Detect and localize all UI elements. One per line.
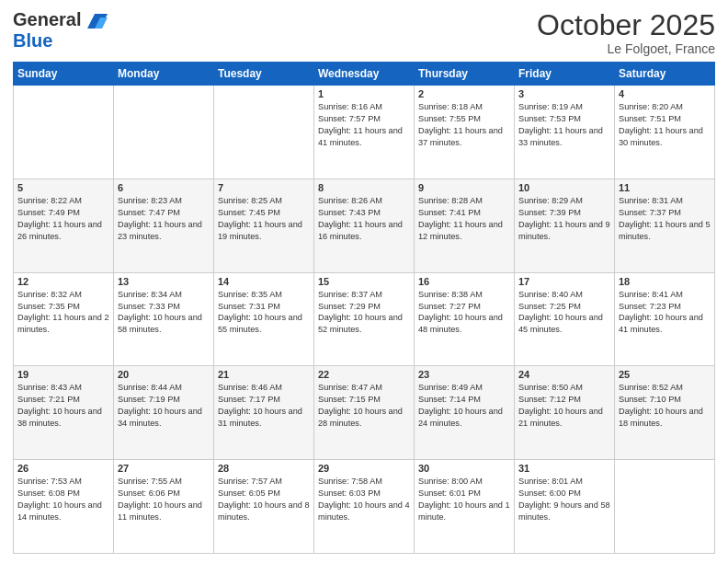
calendar-week-row: 12Sunrise: 8:32 AMSunset: 7:35 PMDayligh…	[14, 272, 715, 366]
calendar-cell	[214, 86, 314, 179]
day-number: 12	[17, 276, 109, 287]
calendar-week-row: 26Sunrise: 7:53 AMSunset: 6:08 PMDayligh…	[14, 460, 715, 554]
day-info: Sunrise: 8:22 AMSunset: 7:49 PMDaylight:…	[17, 195, 109, 243]
calendar-cell: 1Sunrise: 8:16 AMSunset: 7:57 PMDaylight…	[314, 86, 415, 179]
day-info: Sunrise: 8:41 AMSunset: 7:23 PMDaylight:…	[619, 289, 711, 337]
calendar-cell	[14, 86, 114, 179]
day-number: 23	[418, 369, 510, 380]
day-number: 19	[17, 369, 109, 380]
calendar-cell: 22Sunrise: 8:47 AMSunset: 7:15 PMDayligh…	[314, 366, 415, 460]
day-number: 31	[518, 463, 610, 474]
calendar-cell	[615, 460, 715, 554]
calendar-cell: 11Sunrise: 8:31 AMSunset: 7:37 PMDayligh…	[615, 178, 715, 272]
calendar-cell: 13Sunrise: 8:34 AMSunset: 7:33 PMDayligh…	[114, 272, 214, 366]
day-info: Sunrise: 8:19 AMSunset: 7:53 PMDaylight:…	[518, 101, 610, 149]
col-sunday: Sunday	[14, 63, 114, 86]
col-tuesday: Tuesday	[214, 63, 314, 86]
daylight-hours: Daylight: 10 hours and 34 minutes.	[118, 407, 202, 428]
daylight-hours: Daylight: 10 hours and 21 minutes.	[518, 407, 603, 428]
calendar-week-row: 5Sunrise: 8:22 AMSunset: 7:49 PMDaylight…	[14, 178, 715, 272]
calendar-cell: 27Sunrise: 7:55 AMSunset: 6:06 PMDayligh…	[114, 460, 214, 554]
daylight-hours: Daylight: 10 hours and 55 minutes.	[218, 313, 302, 334]
day-info: Sunrise: 8:49 AMSunset: 7:14 PMDaylight:…	[418, 382, 510, 430]
day-number: 17	[518, 276, 610, 287]
day-number: 26	[17, 463, 109, 474]
day-number: 6	[118, 182, 210, 193]
daylight-hours: Daylight: 11 hours and 12 minutes.	[418, 220, 503, 241]
col-thursday: Thursday	[415, 63, 515, 86]
day-info: Sunrise: 8:34 AMSunset: 7:33 PMDaylight:…	[118, 289, 210, 337]
day-number: 29	[318, 463, 410, 474]
calendar-cell: 26Sunrise: 7:53 AMSunset: 6:08 PMDayligh…	[14, 460, 114, 554]
day-info: Sunrise: 7:53 AMSunset: 6:08 PMDaylight:…	[17, 476, 109, 523]
day-number: 18	[619, 276, 711, 287]
day-info: Sunrise: 8:46 AMSunset: 7:17 PMDaylight:…	[218, 382, 310, 430]
calendar-cell: 12Sunrise: 8:32 AMSunset: 7:35 PMDayligh…	[14, 272, 114, 366]
calendar-cell: 7Sunrise: 8:25 AMSunset: 7:45 PMDaylight…	[214, 178, 314, 272]
day-info: Sunrise: 8:16 AMSunset: 7:57 PMDaylight:…	[318, 101, 410, 149]
daylight-hours: Daylight: 9 hours and 58 minutes.	[518, 500, 610, 522]
day-info: Sunrise: 7:57 AMSunset: 6:05 PMDaylight:…	[218, 476, 310, 523]
calendar-cell: 2Sunrise: 8:18 AMSunset: 7:55 PMDaylight…	[415, 86, 515, 179]
day-number: 2	[418, 88, 510, 99]
day-info: Sunrise: 8:52 AMSunset: 7:10 PMDaylight:…	[619, 382, 711, 430]
daylight-hours: Daylight: 10 hours and 45 minutes.	[518, 313, 603, 334]
title-section: October 2025 Le Folgoet, France	[537, 9, 715, 56]
daylight-hours: Daylight: 10 hours and 18 minutes.	[619, 407, 703, 428]
day-number: 7	[218, 182, 310, 193]
daylight-hours: Daylight: 10 hours and 38 minutes.	[17, 407, 102, 428]
daylight-hours: Daylight: 11 hours and 9 minutes.	[518, 220, 610, 241]
day-number: 27	[118, 463, 210, 474]
day-number: 11	[619, 182, 711, 193]
page-container: General Blue October 2025 Le Folgoet, Fr…	[0, 0, 728, 563]
day-info: Sunrise: 8:26 AMSunset: 7:43 PMDaylight:…	[318, 195, 410, 243]
calendar-cell	[114, 86, 214, 179]
daylight-hours: Daylight: 10 hours and 24 minutes.	[418, 407, 503, 428]
day-number: 25	[619, 369, 711, 380]
day-number: 16	[418, 276, 510, 287]
calendar-week-row: 1Sunrise: 8:16 AMSunset: 7:57 PMDaylight…	[14, 86, 715, 179]
day-info: Sunrise: 8:23 AMSunset: 7:47 PMDaylight:…	[118, 195, 210, 243]
logo-blue: Blue	[13, 30, 52, 51]
location: Le Folgoet, France	[537, 41, 715, 56]
calendar-cell: 17Sunrise: 8:40 AMSunset: 7:25 PMDayligh…	[515, 272, 615, 366]
calendar-cell: 8Sunrise: 8:26 AMSunset: 7:43 PMDaylight…	[314, 178, 415, 272]
day-info: Sunrise: 7:58 AMSunset: 6:03 PMDaylight:…	[318, 476, 410, 523]
calendar-cell: 16Sunrise: 8:38 AMSunset: 7:27 PMDayligh…	[415, 272, 515, 366]
calendar-cell: 4Sunrise: 8:20 AMSunset: 7:51 PMDaylight…	[615, 86, 715, 179]
logo-general: General	[13, 9, 81, 29]
day-info: Sunrise: 8:29 AMSunset: 7:39 PMDaylight:…	[518, 195, 610, 243]
daylight-hours: Daylight: 10 hours and 14 minutes.	[17, 500, 102, 522]
calendar-cell: 28Sunrise: 7:57 AMSunset: 6:05 PMDayligh…	[214, 460, 314, 554]
day-info: Sunrise: 8:31 AMSunset: 7:37 PMDaylight:…	[619, 195, 711, 243]
daylight-hours: Daylight: 11 hours and 30 minutes.	[619, 126, 703, 147]
day-info: Sunrise: 8:18 AMSunset: 7:55 PMDaylight:…	[418, 101, 510, 149]
daylight-hours: Daylight: 11 hours and 23 minutes.	[118, 220, 202, 241]
calendar-week-row: 19Sunrise: 8:43 AMSunset: 7:21 PMDayligh…	[14, 366, 715, 460]
daylight-hours: Daylight: 10 hours and 58 minutes.	[118, 313, 202, 334]
day-number: 21	[218, 369, 310, 380]
calendar-cell: 30Sunrise: 8:00 AMSunset: 6:01 PMDayligh…	[415, 460, 515, 554]
daylight-hours: Daylight: 10 hours and 8 minutes.	[218, 500, 310, 522]
col-saturday: Saturday	[615, 63, 715, 86]
day-info: Sunrise: 8:47 AMSunset: 7:15 PMDaylight:…	[318, 382, 410, 430]
daylight-hours: Daylight: 11 hours and 2 minutes.	[17, 313, 109, 334]
day-number: 5	[17, 182, 109, 193]
logo: General Blue	[13, 9, 108, 52]
col-friday: Friday	[515, 63, 615, 86]
calendar-cell: 3Sunrise: 8:19 AMSunset: 7:53 PMDaylight…	[515, 86, 615, 179]
calendar-cell: 20Sunrise: 8:44 AMSunset: 7:19 PMDayligh…	[114, 366, 214, 460]
daylight-hours: Daylight: 10 hours and 1 minute.	[418, 500, 510, 522]
day-number: 28	[218, 463, 310, 474]
day-info: Sunrise: 8:25 AMSunset: 7:45 PMDaylight:…	[218, 195, 310, 243]
month-title: October 2025	[537, 9, 715, 41]
day-info: Sunrise: 8:40 AMSunset: 7:25 PMDaylight:…	[518, 289, 610, 337]
logo-text: General	[13, 9, 108, 30]
daylight-hours: Daylight: 11 hours and 41 minutes.	[318, 126, 403, 147]
logo-icon	[87, 14, 108, 29]
day-info: Sunrise: 8:50 AMSunset: 7:12 PMDaylight:…	[518, 382, 610, 430]
day-number: 20	[118, 369, 210, 380]
calendar-cell: 24Sunrise: 8:50 AMSunset: 7:12 PMDayligh…	[515, 366, 615, 460]
day-number: 9	[418, 182, 510, 193]
calendar-cell: 23Sunrise: 8:49 AMSunset: 7:14 PMDayligh…	[415, 366, 515, 460]
